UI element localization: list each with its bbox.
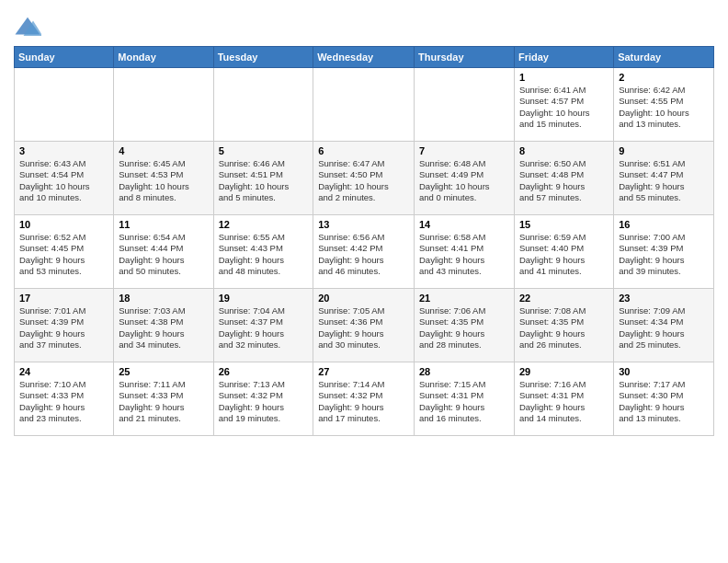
weekday-row: SundayMondayTuesdayWednesdayThursdayFrid… <box>15 47 714 68</box>
day-cell: 13Sunrise: 6:56 AM Sunset: 4:42 PM Dayli… <box>313 215 415 289</box>
day-number: 26 <box>219 366 309 377</box>
day-info: Sunrise: 6:52 AM Sunset: 4:45 PM Dayligh… <box>19 232 108 277</box>
day-info: Sunrise: 7:13 AM Sunset: 4:32 PM Dayligh… <box>219 379 309 424</box>
weekday-header-wednesday: Wednesday <box>313 47 415 68</box>
day-number: 9 <box>619 145 709 156</box>
day-cell: 1Sunrise: 6:41 AM Sunset: 4:57 PM Daylig… <box>514 68 613 142</box>
day-number: 24 <box>19 366 108 377</box>
day-cell: 20Sunrise: 7:05 AM Sunset: 4:36 PM Dayli… <box>313 289 415 362</box>
day-info: Sunrise: 7:16 AM Sunset: 4:31 PM Dayligh… <box>519 379 609 424</box>
day-cell: 4Sunrise: 6:45 AM Sunset: 4:53 PM Daylig… <box>114 142 213 215</box>
calendar-header: SundayMondayTuesdayWednesdayThursdayFrid… <box>15 47 714 68</box>
calendar-body: 1Sunrise: 6:41 AM Sunset: 4:57 PM Daylig… <box>15 68 714 436</box>
header-row <box>14 9 714 41</box>
day-number: 2 <box>619 72 709 83</box>
day-info: Sunrise: 7:00 AM Sunset: 4:39 PM Dayligh… <box>619 232 709 277</box>
day-info: Sunrise: 6:45 AM Sunset: 4:53 PM Dayligh… <box>119 158 208 203</box>
day-cell: 11Sunrise: 6:54 AM Sunset: 4:44 PM Dayli… <box>114 215 213 289</box>
day-cell: 12Sunrise: 6:55 AM Sunset: 4:43 PM Dayli… <box>213 215 313 289</box>
main-container: SundayMondayTuesdayWednesdayThursdayFrid… <box>0 0 728 441</box>
day-number: 17 <box>19 293 108 304</box>
day-info: Sunrise: 6:55 AM Sunset: 4:43 PM Dayligh… <box>219 232 309 277</box>
day-number: 1 <box>519 72 609 83</box>
day-cell: 19Sunrise: 7:04 AM Sunset: 4:37 PM Dayli… <box>213 289 313 362</box>
day-cell: 26Sunrise: 7:13 AM Sunset: 4:32 PM Dayli… <box>213 362 313 436</box>
day-cell: 24Sunrise: 7:10 AM Sunset: 4:33 PM Dayli… <box>15 362 114 436</box>
day-info: Sunrise: 6:56 AM Sunset: 4:42 PM Dayligh… <box>318 232 409 277</box>
day-cell <box>313 68 415 142</box>
day-number: 3 <box>19 145 108 156</box>
day-number: 27 <box>318 366 409 377</box>
day-cell <box>15 68 114 142</box>
day-info: Sunrise: 6:41 AM Sunset: 4:57 PM Dayligh… <box>519 85 609 130</box>
day-info: Sunrise: 7:17 AM Sunset: 4:30 PM Dayligh… <box>619 379 709 424</box>
day-number: 13 <box>318 219 409 230</box>
weekday-header-friday: Friday <box>514 47 613 68</box>
day-number: 22 <box>519 293 609 304</box>
day-info: Sunrise: 7:15 AM Sunset: 4:31 PM Dayligh… <box>419 379 509 424</box>
day-info: Sunrise: 7:08 AM Sunset: 4:35 PM Dayligh… <box>519 305 609 350</box>
day-cell: 18Sunrise: 7:03 AM Sunset: 4:38 PM Dayli… <box>114 289 213 362</box>
day-info: Sunrise: 7:09 AM Sunset: 4:34 PM Dayligh… <box>619 305 709 350</box>
weekday-header-tuesday: Tuesday <box>213 47 313 68</box>
day-number: 20 <box>318 293 409 304</box>
day-number: 8 <box>519 145 609 156</box>
day-number: 30 <box>619 366 709 377</box>
weekday-header-sunday: Sunday <box>15 47 114 68</box>
day-cell: 3Sunrise: 6:43 AM Sunset: 4:54 PM Daylig… <box>15 142 114 215</box>
day-cell <box>213 68 313 142</box>
day-cell: 16Sunrise: 7:00 AM Sunset: 4:39 PM Dayli… <box>614 215 714 289</box>
day-number: 5 <box>219 145 309 156</box>
day-info: Sunrise: 6:59 AM Sunset: 4:40 PM Dayligh… <box>519 232 609 277</box>
week-row-0: 1Sunrise: 6:41 AM Sunset: 4:57 PM Daylig… <box>15 68 714 142</box>
weekday-header-monday: Monday <box>114 47 213 68</box>
day-cell: 28Sunrise: 7:15 AM Sunset: 4:31 PM Dayli… <box>415 362 515 436</box>
day-cell: 27Sunrise: 7:14 AM Sunset: 4:32 PM Dayli… <box>313 362 415 436</box>
day-cell: 2Sunrise: 6:42 AM Sunset: 4:55 PM Daylig… <box>614 68 714 142</box>
day-info: Sunrise: 7:10 AM Sunset: 4:33 PM Dayligh… <box>19 379 108 424</box>
calendar-table: SundayMondayTuesdayWednesdayThursdayFrid… <box>14 46 714 436</box>
day-info: Sunrise: 6:48 AM Sunset: 4:49 PM Dayligh… <box>419 158 509 203</box>
day-info: Sunrise: 6:42 AM Sunset: 4:55 PM Dayligh… <box>619 85 709 130</box>
day-cell: 23Sunrise: 7:09 AM Sunset: 4:34 PM Dayli… <box>614 289 714 362</box>
day-info: Sunrise: 7:11 AM Sunset: 4:33 PM Dayligh… <box>119 379 208 424</box>
day-number: 7 <box>419 145 509 156</box>
day-number: 25 <box>119 366 208 377</box>
day-number: 6 <box>318 145 409 156</box>
weekday-header-thursday: Thursday <box>415 47 515 68</box>
day-info: Sunrise: 6:47 AM Sunset: 4:50 PM Dayligh… <box>318 158 409 203</box>
day-cell: 8Sunrise: 6:50 AM Sunset: 4:48 PM Daylig… <box>514 142 613 215</box>
day-cell: 9Sunrise: 6:51 AM Sunset: 4:47 PM Daylig… <box>614 142 714 215</box>
day-info: Sunrise: 6:58 AM Sunset: 4:41 PM Dayligh… <box>419 232 509 277</box>
day-number: 16 <box>619 219 709 230</box>
day-cell: 7Sunrise: 6:48 AM Sunset: 4:49 PM Daylig… <box>415 142 515 215</box>
day-number: 14 <box>419 219 509 230</box>
day-info: Sunrise: 6:51 AM Sunset: 4:47 PM Dayligh… <box>619 158 709 203</box>
day-number: 12 <box>219 219 309 230</box>
day-cell: 17Sunrise: 7:01 AM Sunset: 4:39 PM Dayli… <box>15 289 114 362</box>
day-number: 10 <box>19 219 108 230</box>
day-info: Sunrise: 7:06 AM Sunset: 4:35 PM Dayligh… <box>419 305 509 350</box>
day-cell <box>415 68 515 142</box>
week-row-4: 24Sunrise: 7:10 AM Sunset: 4:33 PM Dayli… <box>15 362 714 436</box>
day-cell: 15Sunrise: 6:59 AM Sunset: 4:40 PM Dayli… <box>514 215 613 289</box>
day-number: 18 <box>119 293 208 304</box>
day-info: Sunrise: 7:04 AM Sunset: 4:37 PM Dayligh… <box>219 305 309 350</box>
day-number: 19 <box>219 293 309 304</box>
day-cell: 6Sunrise: 6:47 AM Sunset: 4:50 PM Daylig… <box>313 142 415 215</box>
day-info: Sunrise: 6:54 AM Sunset: 4:44 PM Dayligh… <box>119 232 208 277</box>
day-number: 28 <box>419 366 509 377</box>
day-number: 11 <box>119 219 208 230</box>
week-row-3: 17Sunrise: 7:01 AM Sunset: 4:39 PM Dayli… <box>15 289 714 362</box>
day-cell: 22Sunrise: 7:08 AM Sunset: 4:35 PM Dayli… <box>514 289 613 362</box>
day-cell: 21Sunrise: 7:06 AM Sunset: 4:35 PM Dayli… <box>415 289 515 362</box>
weekday-header-saturday: Saturday <box>614 47 714 68</box>
day-cell: 30Sunrise: 7:17 AM Sunset: 4:30 PM Dayli… <box>614 362 714 436</box>
logo <box>14 14 45 41</box>
day-cell <box>114 68 213 142</box>
day-cell: 14Sunrise: 6:58 AM Sunset: 4:41 PM Dayli… <box>415 215 515 289</box>
day-cell: 10Sunrise: 6:52 AM Sunset: 4:45 PM Dayli… <box>15 215 114 289</box>
day-info: Sunrise: 7:03 AM Sunset: 4:38 PM Dayligh… <box>119 305 208 350</box>
day-info: Sunrise: 7:14 AM Sunset: 4:32 PM Dayligh… <box>318 379 409 424</box>
day-number: 15 <box>519 219 609 230</box>
